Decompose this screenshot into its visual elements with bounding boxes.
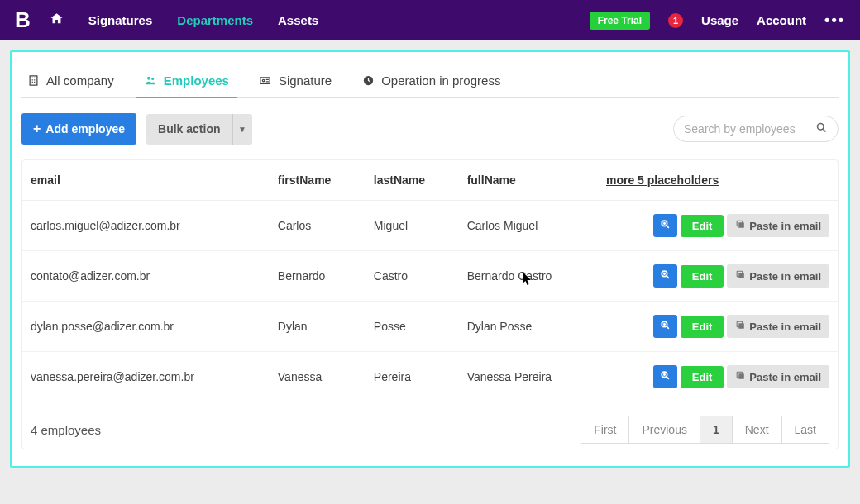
tabs: All company Employees Signature Operatio… bbox=[22, 64, 838, 98]
col-firstname[interactable]: firstName bbox=[270, 160, 366, 201]
cell-fullname: Carlos Miguel bbox=[459, 201, 598, 251]
inspect-button[interactable] bbox=[653, 365, 677, 388]
inspect-button[interactable] bbox=[653, 214, 677, 237]
cell-lastname: Pereira bbox=[366, 352, 459, 402]
id-card-icon bbox=[259, 74, 272, 88]
tab-label: Operation in progress bbox=[381, 74, 500, 88]
tab-signature[interactable]: Signature bbox=[257, 64, 333, 97]
paste-email-button[interactable]: Paste in email bbox=[727, 214, 829, 237]
tab-label: All company bbox=[46, 74, 114, 88]
table-row: contato@adizer.com.brBernardoCastroBerna… bbox=[22, 251, 838, 302]
content-card: All company Employees Signature Operatio… bbox=[10, 50, 850, 468]
table-row: carlos.miguel@adizer.com.brCarlosMiguelC… bbox=[22, 201, 838, 251]
copy-icon bbox=[735, 370, 746, 383]
clock-icon bbox=[361, 74, 375, 88]
page: All company Employees Signature Operatio… bbox=[0, 40, 860, 468]
table-row: dylan.posse@adizer.com.brDylanPosseDylan… bbox=[22, 302, 838, 352]
search-icon bbox=[815, 121, 828, 136]
nav-right: Free Trial 1 Usage Account ••• bbox=[590, 12, 845, 30]
pager-last[interactable]: Last bbox=[781, 416, 829, 444]
cell-firstname: Carlos bbox=[270, 201, 366, 251]
table-footer: 4 employees First Previous 1 Next Last bbox=[22, 402, 838, 449]
free-trial-badge[interactable]: Free Trial bbox=[590, 12, 650, 30]
nav-assets[interactable]: Assets bbox=[278, 13, 318, 27]
cell-lastname: Castro bbox=[366, 251, 459, 302]
pager-previous[interactable]: Previous bbox=[628, 416, 699, 444]
svg-rect-11 bbox=[739, 273, 745, 278]
employees-table: email firstName lastName fullName more 5… bbox=[22, 159, 838, 449]
paste-email-button[interactable]: Paste in email bbox=[727, 264, 829, 288]
cell-fullname: Dylan Posse bbox=[459, 302, 598, 352]
cell-fullname: Bernardo Castro bbox=[459, 251, 598, 302]
tab-label: Employees bbox=[164, 74, 229, 88]
cell-lastname: Posse bbox=[366, 302, 459, 352]
tab-operation[interactable]: Operation in progress bbox=[360, 64, 502, 97]
svg-point-1 bbox=[147, 77, 150, 80]
edit-button[interactable]: Edit bbox=[681, 265, 724, 288]
bulk-action-dropdown[interactable]: ▼ bbox=[232, 114, 252, 145]
col-email[interactable]: email bbox=[22, 160, 270, 201]
caret-down-icon: ▼ bbox=[238, 125, 246, 134]
cell-lastname: Miguel bbox=[366, 201, 459, 251]
cell-actions: Edit Paste in email bbox=[598, 201, 838, 251]
cell-email: dylan.posse@adizer.com.br bbox=[22, 302, 270, 352]
more-icon[interactable]: ••• bbox=[824, 12, 845, 29]
pager-page-1[interactable]: 1 bbox=[700, 416, 732, 444]
search-input[interactable] bbox=[684, 122, 800, 136]
summary-text: 4 employees bbox=[31, 423, 101, 437]
col-lastname[interactable]: lastName bbox=[366, 160, 459, 201]
inspect-button[interactable] bbox=[653, 264, 677, 288]
col-fullname[interactable]: fullName bbox=[459, 160, 598, 201]
svg-point-6 bbox=[818, 124, 824, 131]
nav-account[interactable]: Account bbox=[757, 13, 806, 27]
home-icon[interactable] bbox=[50, 12, 64, 29]
nav-usage[interactable]: Usage bbox=[701, 13, 738, 27]
zoom-icon bbox=[660, 320, 671, 333]
svg-point-2 bbox=[151, 78, 154, 80]
add-employee-button[interactable]: + Add employee bbox=[22, 113, 136, 145]
zoom-icon bbox=[660, 219, 671, 232]
nav-signatures[interactable]: Signatures bbox=[88, 13, 153, 27]
notification-badge[interactable]: 1 bbox=[668, 13, 683, 28]
svg-rect-17 bbox=[739, 373, 745, 379]
edit-button[interactable]: Edit bbox=[681, 316, 724, 338]
edit-button[interactable]: Edit bbox=[681, 366, 724, 388]
table-header-row: email firstName lastName fullName more 5… bbox=[22, 160, 838, 201]
paste-email-button[interactable]: Paste in email bbox=[727, 365, 829, 388]
cell-email: carlos.miguel@adizer.com.br bbox=[22, 201, 270, 251]
cell-actions: Edit Paste in email bbox=[598, 352, 838, 402]
paste-email-button[interactable]: Paste in email bbox=[727, 315, 829, 338]
pager-next[interactable]: Next bbox=[732, 416, 781, 444]
zoom-icon bbox=[660, 269, 671, 283]
pager-first[interactable]: First bbox=[580, 416, 628, 444]
tab-all-company[interactable]: All company bbox=[25, 64, 116, 97]
bulk-action-group: Bulk action ▼ bbox=[146, 114, 251, 145]
tab-label: Signature bbox=[279, 74, 332, 88]
top-navbar: B Signatures Departments Assets Free Tri… bbox=[0, 0, 860, 40]
pagination: First Previous 1 Next Last bbox=[580, 416, 829, 444]
svg-rect-0 bbox=[30, 76, 37, 85]
plus-icon: + bbox=[33, 121, 41, 136]
table-row: vanessa.pereira@adizer.com.brVanessaPere… bbox=[22, 352, 838, 402]
cell-actions: Edit Paste in email bbox=[598, 302, 838, 352]
copy-icon bbox=[735, 219, 746, 232]
inspect-button[interactable] bbox=[653, 315, 677, 338]
brand-logo[interactable]: B bbox=[15, 7, 30, 33]
nav-departments[interactable]: Departments bbox=[177, 13, 253, 27]
nav-left: Signatures Departments Assets bbox=[50, 12, 318, 29]
zoom-icon bbox=[660, 370, 671, 383]
bulk-action-button[interactable]: Bulk action bbox=[146, 114, 232, 145]
add-label: Add employee bbox=[45, 122, 125, 136]
tab-employees[interactable]: Employees bbox=[142, 64, 231, 97]
cell-firstname: Bernardo bbox=[270, 251, 366, 302]
cell-firstname: Dylan bbox=[270, 302, 366, 352]
copy-icon bbox=[735, 269, 746, 283]
building-icon bbox=[26, 74, 40, 88]
cell-fullname: Vanessa Pereira bbox=[459, 352, 598, 402]
edit-button[interactable]: Edit bbox=[681, 215, 724, 237]
cell-actions: Edit Paste in email bbox=[598, 251, 838, 302]
col-more-placeholders[interactable]: more 5 placeholders bbox=[598, 160, 838, 201]
toolbar: + Add employee Bulk action ▼ bbox=[22, 98, 838, 148]
search-box[interactable] bbox=[673, 116, 838, 142]
svg-point-4 bbox=[263, 79, 265, 82]
